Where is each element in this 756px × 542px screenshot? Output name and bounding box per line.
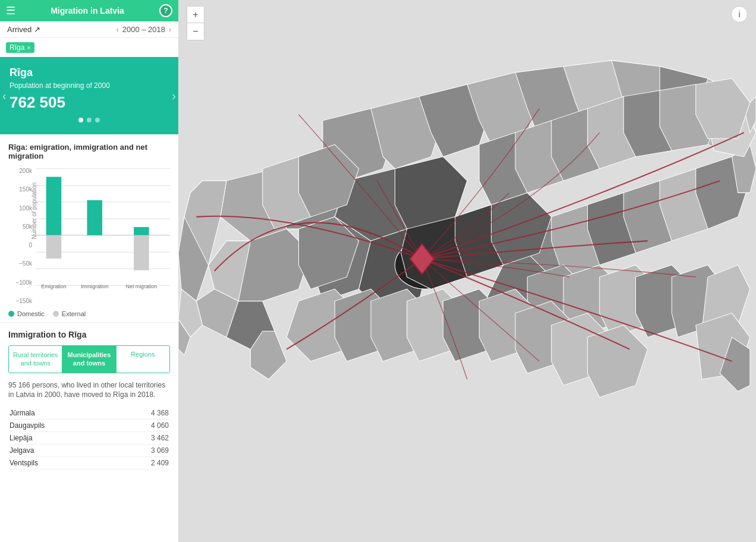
immigration-title: Immigration to Rīga: [8, 330, 170, 339]
city-value-cell: 4 368: [151, 409, 169, 417]
map-area[interactable]: + − i: [178, 0, 756, 542]
map-zoom-controls: + −: [187, 6, 204, 40]
y-tick-150k: 150k: [19, 186, 32, 193]
dot-3: [95, 118, 100, 122]
dot-1: [78, 118, 83, 122]
bar-chart: 200k 150k 100k 50k 0 −50k −100k −150k Nu…: [8, 168, 170, 304]
app-header: ☰ Migration in Latvia ?: [0, 0, 178, 21]
y-tick-200k: 200k: [19, 168, 32, 174]
search-tag-label: Rīga: [10, 43, 24, 52]
immigration-domestic-bar: [87, 200, 102, 235]
tab-rural-territories[interactable]: Rural territories and towns: [9, 346, 62, 373]
y-tick-minus100k: −100k: [15, 279, 32, 286]
map-info-button[interactable]: i: [731, 6, 748, 23]
table-row: Liepāja3 462: [10, 432, 169, 445]
table-row: Daugavpils4 060: [10, 420, 169, 432]
city-name-cell: Jelgava: [10, 446, 34, 455]
immigration-table: Jūrmala4 368Daugavpils4 060Liepāja3 462J…: [8, 406, 170, 471]
info-card: ‹ Rīga Population at beginning of 2000 7…: [0, 57, 178, 134]
dot-2: [87, 118, 92, 122]
chart-section: Rīga: emigration, immigration and net mi…: [0, 134, 178, 323]
city-name-cell: Liepāja: [10, 434, 33, 442]
year-range: 2000 – 2018: [122, 25, 165, 34]
y-tick-minus50k: −50k: [19, 260, 32, 267]
legend-external: External: [53, 310, 86, 317]
netmig-external-bar: [134, 235, 149, 270]
arrived-label: Arrived ↗: [7, 25, 40, 34]
legend-external-dot: [53, 311, 59, 317]
controls-bar: Arrived ↗ ‹ 2000 – 2018 ›: [0, 21, 178, 38]
x-label-emigration: Emigration: [41, 283, 66, 289]
y-axis-title: Number of population: [31, 182, 37, 240]
sidebar: ☰ Migration in Latvia ? Arrived ↗ ‹ 2000…: [0, 0, 178, 542]
tab-rural-line1: Rural territories: [11, 351, 59, 359]
city-value-cell: 3 462: [151, 434, 169, 442]
arrived-text: Arrived: [7, 25, 32, 34]
legend-external-label: External: [62, 310, 86, 317]
city-name: Rīga: [10, 67, 169, 79]
tab-regions-label: Regions: [119, 351, 167, 358]
arrived-icon: ↗: [34, 25, 40, 34]
year-prev-button[interactable]: ‹: [116, 26, 119, 34]
city-value-cell: 2 409: [151, 459, 169, 467]
legend-domestic-label: Domestic: [17, 310, 45, 317]
y-tick-minus150k: −150k: [15, 298, 32, 304]
city-name-cell: Jūrmala: [10, 409, 35, 417]
search-bar: Rīga ×: [0, 38, 178, 57]
tab-muni-line2: and towns: [65, 359, 113, 367]
y-tick-0: 0: [29, 242, 32, 248]
tab-muni-line1: Municipalities: [65, 351, 113, 359]
table-row: Ventspils2 409: [10, 457, 169, 469]
search-tag-close[interactable]: ×: [27, 44, 30, 51]
search-tag[interactable]: Rīga ×: [6, 42, 34, 53]
tab-rural-line2: and towns: [11, 359, 59, 367]
netmig-domestic-bar: [134, 227, 149, 235]
tab-regions[interactable]: Regions: [116, 346, 169, 373]
y-tick-100k: 100k: [19, 205, 32, 212]
population-value: 762 505: [10, 93, 169, 112]
city-name-cell: Daugavpils: [10, 421, 45, 430]
city-value-cell: 4 060: [151, 421, 169, 430]
map-container: [178, 0, 756, 542]
card-prev-button[interactable]: ‹: [2, 89, 7, 103]
zoom-out-button[interactable]: −: [187, 23, 204, 40]
emigration-external-bar: [46, 235, 62, 259]
chart-svg: Emigration Immigration Net migration: [36, 168, 170, 289]
year-nav: ‹ 2000 – 2018 ›: [116, 25, 171, 34]
table-row: Jūrmala4 368: [10, 407, 169, 420]
immigration-tabs: Rural territories and towns Municipaliti…: [8, 345, 170, 373]
legend-domestic: Domestic: [8, 310, 45, 317]
city-value-cell: 3 069: [151, 446, 169, 455]
immigration-section: Immigration to Rīga Rural territories an…: [0, 323, 178, 478]
app-title: Migration in Latvia: [51, 6, 124, 15]
card-next-button[interactable]: ›: [172, 89, 176, 103]
immigration-description: 95 166 persons, who lived in other local…: [8, 380, 170, 401]
legend-domestic-dot: [8, 311, 14, 317]
chart-inner: Number of population: [36, 168, 170, 304]
help-button[interactable]: ?: [159, 4, 172, 17]
chart-legend: Domestic External: [8, 310, 170, 317]
table-row: Jelgava3 069: [10, 445, 169, 457]
emigration-domestic-bar: [46, 177, 62, 235]
tab-municipalities[interactable]: Municipalities and towns: [62, 346, 116, 373]
population-label: Population at beginning of 2000: [10, 81, 169, 90]
zoom-in-button[interactable]: +: [187, 7, 204, 23]
x-label-netmig: Net migration: [126, 283, 158, 289]
chart-title: Rīga: emigration, immigration and net mi…: [8, 143, 170, 160]
map-svg: [178, 0, 756, 542]
menu-icon[interactable]: ☰: [6, 4, 15, 17]
city-name-cell: Ventspils: [10, 459, 38, 467]
x-label-immigration: Immigration: [81, 283, 108, 289]
year-next-button[interactable]: ›: [169, 26, 171, 34]
search-input[interactable]: [34, 42, 172, 53]
card-dots: [10, 118, 169, 122]
